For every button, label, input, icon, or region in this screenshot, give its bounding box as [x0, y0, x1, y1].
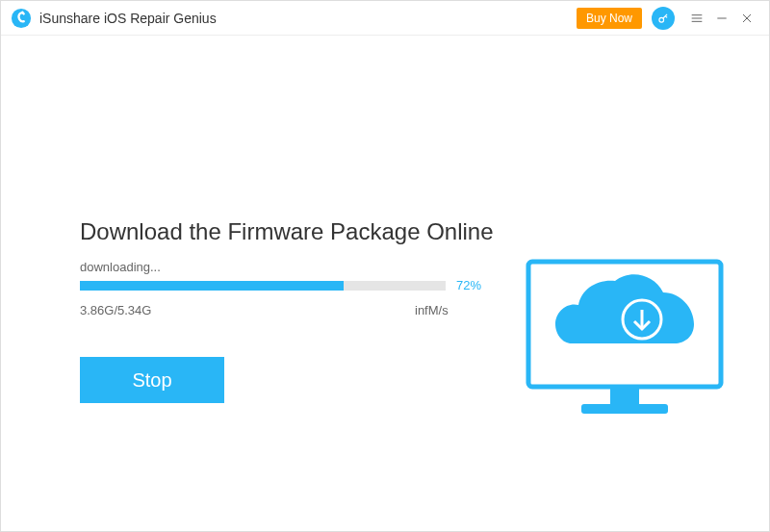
titlebar: iSunshare iOS Repair Genius Buy Now	[1, 1, 769, 36]
menu-button[interactable]	[684, 6, 709, 31]
svg-point-0	[12, 8, 31, 27]
download-size: 3.86G/5.34G	[80, 303, 151, 317]
app-logo-icon	[11, 8, 32, 29]
svg-rect-12	[610, 387, 639, 404]
close-button[interactable]	[734, 6, 759, 31]
content-area: Download the Firmware Package Online dow…	[1, 36, 769, 531]
svg-point-2	[659, 17, 664, 22]
download-illustration-icon	[519, 252, 731, 425]
stop-button[interactable]: Stop	[80, 357, 224, 403]
progress-percent: 72%	[456, 278, 481, 292]
download-status: downloading...	[80, 260, 161, 274]
progress-bar	[80, 281, 446, 291]
page-title: Download the Firmware Package Online	[80, 218, 494, 245]
svg-line-4	[665, 15, 667, 17]
svg-rect-13	[581, 404, 668, 414]
minimize-button[interactable]	[709, 6, 734, 31]
progress-fill	[80, 281, 344, 291]
register-key-button[interactable]	[652, 7, 675, 30]
svg-point-1	[21, 11, 23, 13]
download-speed: infM/s	[415, 303, 449, 317]
app-title: iSunshare iOS Repair Genius	[39, 11, 217, 26]
buy-now-button[interactable]: Buy Now	[577, 8, 642, 29]
